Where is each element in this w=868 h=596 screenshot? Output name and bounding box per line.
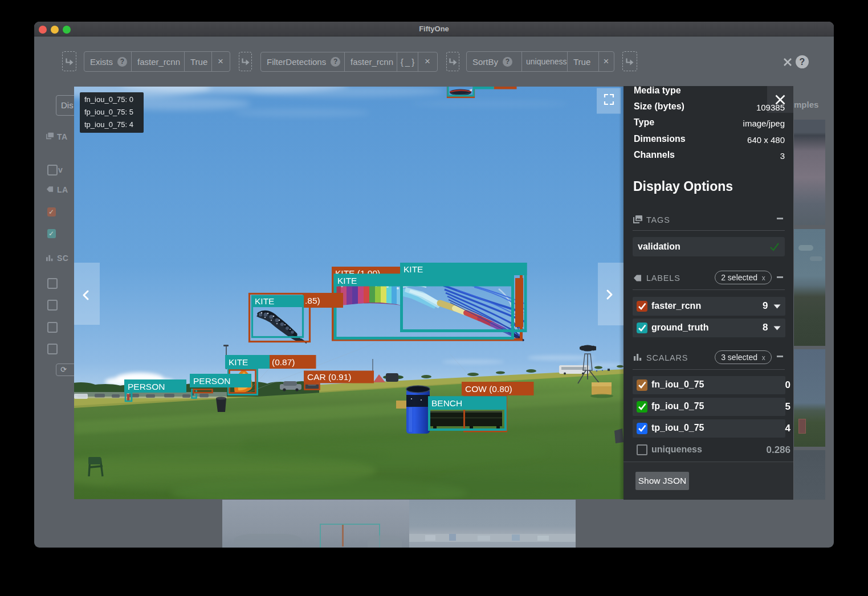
- svg-text:PERSON: PERSON: [128, 382, 165, 391]
- svg-text:COW (0.80): COW (0.80): [465, 384, 512, 394]
- svg-text:CAR (0.91): CAR (0.91): [307, 372, 352, 382]
- svg-text:fp_iou_0_75: 5: fp_iou_0_75: 5: [84, 108, 133, 116]
- svg-text:KITE: KITE: [255, 296, 274, 306]
- svg-text:fn_iou_0_75: 0: fn_iou_0_75: 0: [84, 95, 133, 104]
- svg-text:.85): .85): [305, 296, 320, 305]
- svg-text:PERSON: PERSON: [193, 376, 230, 386]
- svg-text:KITE: KITE: [404, 264, 423, 274]
- svg-text:KITE: KITE: [229, 357, 248, 367]
- svg-text:KITE: KITE: [337, 276, 357, 285]
- svg-text:BENCH: BENCH: [431, 398, 462, 408]
- svg-text:(0.87): (0.87): [272, 357, 295, 367]
- svg-text:tp_iou_0_75: 4: tp_iou_0_75: 4: [84, 120, 133, 129]
